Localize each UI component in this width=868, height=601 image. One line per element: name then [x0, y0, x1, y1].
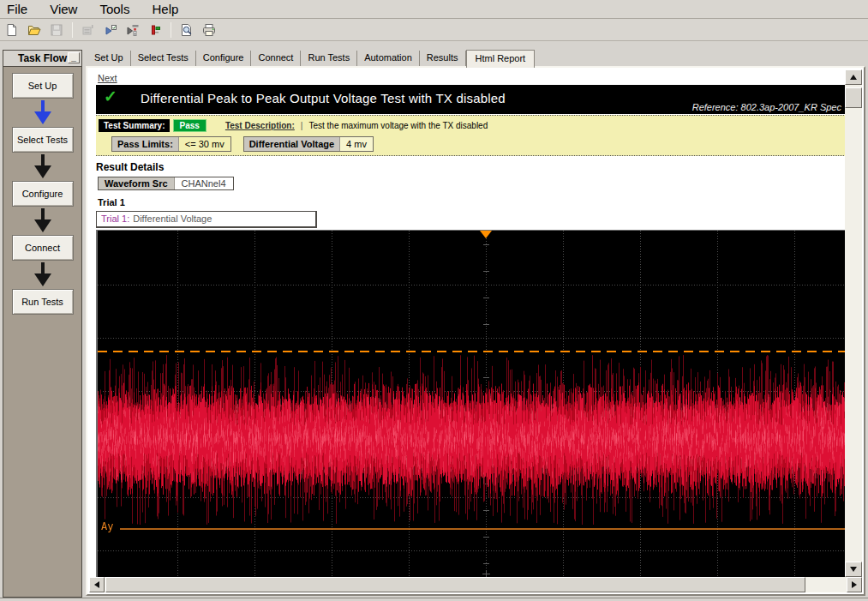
menu-view[interactable]: View: [50, 2, 77, 16]
pass-check-icon: ✓: [104, 88, 117, 105]
toolbar-separator: [72, 22, 73, 38]
connect-setup-icon[interactable]: [79, 21, 98, 39]
report-panel: Next ✓ Differential Peak to Peak Output …: [86, 66, 865, 596]
trial-heading: Trial 1: [98, 197, 845, 207]
new-document-icon[interactable]: [3, 21, 21, 39]
pass-limits-label: Pass Limits:: [112, 137, 178, 151]
task-flow-header: Task Flow _: [3, 51, 81, 67]
trial-caption-box: Trial 1:Differential Voltage: [96, 211, 317, 228]
run-checked-tests-icon[interactable]: [101, 21, 120, 39]
save-icon[interactable]: [47, 21, 66, 39]
waveform-canvas: [98, 231, 845, 577]
task-flow-title: Task Flow: [18, 52, 67, 64]
print-icon[interactable]: [200, 21, 218, 39]
status-badge: Pass: [173, 119, 207, 132]
tab-set-up[interactable]: Set Up: [87, 51, 131, 66]
html-report-view: Next ✓ Differential Peak to Peak Output …: [89, 69, 845, 577]
test-title-bar: ✓ Differential Peak to Peak Output Volta…: [96, 85, 845, 114]
triangle-up-icon: [850, 75, 857, 80]
scroll-left-button[interactable]: [89, 577, 105, 592]
vertical-scrollbar[interactable]: [845, 69, 862, 577]
tab-select-tests[interactable]: Select Tests: [131, 51, 196, 66]
toolbar-separator: [171, 22, 171, 38]
print-preview-icon[interactable]: [177, 21, 196, 39]
status-bar: [0, 598, 868, 601]
trial-caption-prefix: Trial 1:: [101, 213, 129, 224]
arrow-down-icon: [32, 154, 54, 179]
main-content: Set Up Select Tests Configure Connect Ru…: [86, 50, 865, 596]
tab-results[interactable]: Results: [420, 51, 466, 66]
tab-connect[interactable]: Connect: [251, 51, 301, 66]
test-summary-label: Test Summary:: [99, 119, 170, 132]
arrow-down-icon: [32, 100, 54, 125]
tab-strip: Set Up Select Tests Configure Connect Ru…: [86, 50, 865, 67]
triangle-down-icon: [850, 567, 857, 572]
triangle-right-icon: [852, 581, 857, 588]
task-button-run-tests[interactable]: Run Tests: [12, 289, 74, 315]
menu-bar: File View Tools Help: [0, 0, 868, 19]
task-button-connect[interactable]: Connect: [12, 235, 74, 261]
stop-icon[interactable]: [146, 21, 165, 39]
result-details-heading: Result Details: [96, 161, 845, 173]
test-description-text: Test the maximum voltage with the TX dis…: [308, 121, 488, 130]
reference-spec: Reference: 802.3ap-2007_KR Spec: [692, 102, 841, 112]
task-button-select-tests[interactable]: Select Tests: [12, 127, 74, 153]
triangle-left-icon: [94, 581, 99, 588]
run-tests-icon[interactable]: [123, 21, 142, 39]
waveform-src-value: CHANnel4: [174, 177, 233, 189]
tab-automation[interactable]: Automation: [357, 51, 420, 66]
differential-voltage-label: Differential Voltage: [244, 137, 339, 151]
task-flow-minimize-button[interactable]: _: [68, 52, 80, 63]
tab-run-tests[interactable]: Run Tests: [301, 51, 357, 66]
menu-tools[interactable]: Tools: [99, 2, 129, 16]
scroll-right-button[interactable]: [847, 577, 862, 592]
test-description-link[interactable]: Test Description:: [225, 121, 295, 130]
scroll-up-button[interactable]: [845, 69, 862, 85]
marker-ay-label: Ay: [101, 521, 113, 532]
tab-configure[interactable]: Configure: [196, 51, 252, 66]
test-summary-section: Test Summary: Pass Test Description: | T…: [96, 115, 845, 156]
menu-help[interactable]: Help: [152, 2, 178, 16]
separator-pipe: |: [301, 121, 303, 130]
task-button-configure[interactable]: Configure: [12, 181, 74, 207]
pass-limits-box: Pass Limits: <= 30 mv: [111, 136, 231, 152]
waveform-plot: Ay: [96, 230, 845, 577]
arrow-down-icon: [32, 262, 54, 287]
pass-limits-value: <= 30 mv: [178, 137, 230, 151]
horizontal-scrollbar[interactable]: [89, 577, 862, 592]
next-link[interactable]: Next: [98, 73, 117, 83]
open-folder-icon[interactable]: [25, 21, 44, 39]
arrow-down-icon: [32, 208, 54, 233]
test-title: Differential Peak to Peak Output Voltage…: [141, 91, 506, 105]
differential-voltage-value: 4 mv: [339, 137, 373, 151]
waveform-src-box: Waveform Src CHANnel4: [98, 177, 234, 190]
horizontal-scroll-thumb[interactable]: [105, 577, 805, 592]
toolbar: [0, 19, 868, 41]
trial-caption-text: Differential Voltage: [133, 213, 212, 224]
task-button-set-up[interactable]: Set Up: [12, 73, 74, 99]
task-flow-panel: Task Flow _ Set Up Select Tests Configur…: [3, 50, 82, 598]
vertical-scroll-thumb[interactable]: [845, 87, 862, 108]
scroll-down-button[interactable]: [845, 562, 862, 577]
waveform-src-label: Waveform Src: [99, 177, 174, 189]
menu-file[interactable]: File: [7, 2, 27, 16]
tab-html-report[interactable]: Html Report: [466, 50, 536, 68]
differential-voltage-box: Differential Voltage 4 mv: [243, 136, 374, 152]
